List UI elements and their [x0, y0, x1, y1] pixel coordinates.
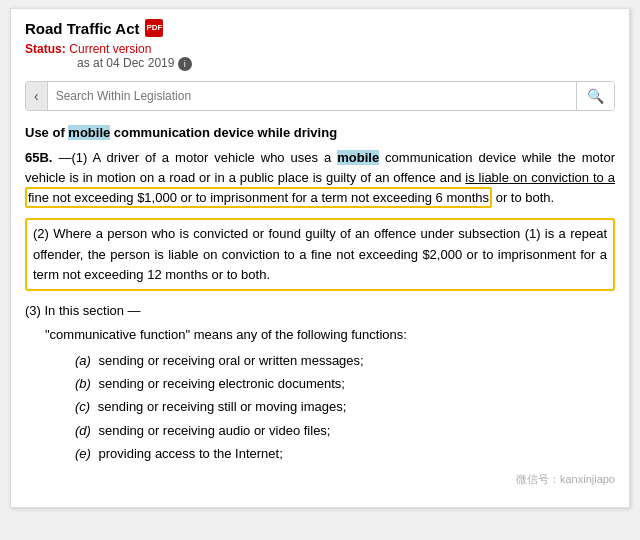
paragraph-2-text: (2) Where a person who is convicted or f… — [33, 226, 607, 281]
watermark: 微信号：kanxinjiapo — [25, 472, 615, 487]
search-button[interactable]: 🔍 — [576, 82, 614, 110]
status-date: as at 04 Dec 2019 i — [77, 56, 615, 71]
definition-text: "communicative function" means any of th… — [25, 325, 615, 345]
list-item: (c) sending or receiving still or moving… — [75, 397, 615, 417]
highlight-mobile-heading: mobile — [68, 125, 110, 140]
title-row: Road Traffic Act PDF — [25, 19, 615, 37]
pdf-icon[interactable]: PDF — [145, 19, 163, 37]
main-container: Road Traffic Act PDF Status: Current ver… — [10, 8, 630, 508]
search-bar: ‹ 🔍 — [25, 81, 615, 111]
list-item: (e) providing access to the Internet; — [75, 444, 615, 464]
search-back-button[interactable]: ‹ — [26, 82, 48, 110]
info-icon[interactable]: i — [178, 57, 192, 71]
list-item: (b) sending or receiving electronic docu… — [75, 374, 615, 394]
watermark-text: 微信号：kanxinjiapo — [516, 472, 615, 487]
status-label: Status: — [25, 42, 66, 56]
penalty-box-1: fine not exceeding $1,000 or to imprison… — [25, 187, 492, 208]
highlight-mobile-para1: mobile — [337, 150, 379, 165]
section-number: 65B. — [25, 150, 52, 165]
list-item: (d) sending or receiving audio or video … — [75, 421, 615, 441]
liable-text: is liable on conviction to a — [465, 170, 615, 185]
paragraph-3-intro: (3) In this section — — [25, 301, 615, 321]
list-item: (a) sending or receiving oral or written… — [75, 351, 615, 371]
status-value: Current version — [69, 42, 151, 56]
list-items: (a) sending or receiving oral or written… — [25, 351, 615, 464]
paragraph-2-box: (2) Where a person who is convicted or f… — [25, 218, 615, 290]
section-heading: Use of mobile communication device while… — [25, 125, 615, 140]
status-block: Status: Current version as at 04 Dec 201… — [25, 41, 615, 71]
search-input[interactable] — [48, 83, 576, 109]
paragraph-1: 65B. —(1) A driver of a motor vehicle wh… — [25, 148, 615, 208]
page-title: Road Traffic Act — [25, 20, 139, 37]
